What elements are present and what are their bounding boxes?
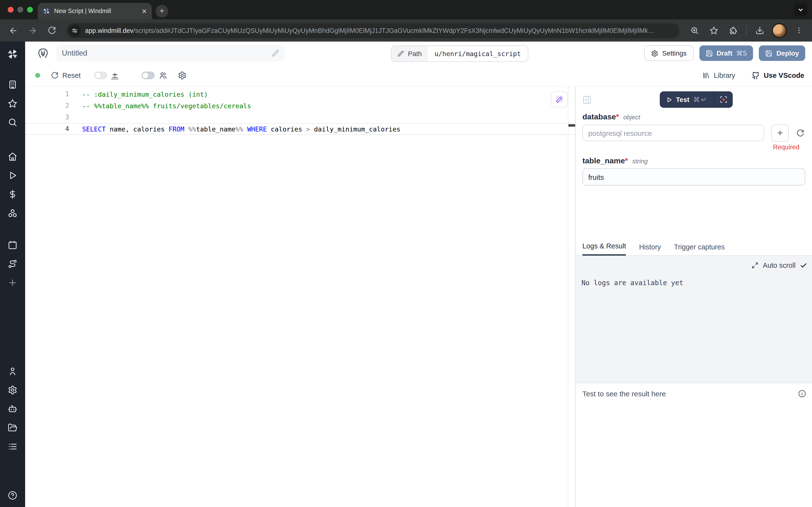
editor-settings-gear-icon[interactable] <box>178 71 187 80</box>
table-name-arg-label: table_name* string <box>582 157 805 165</box>
zoom-icon[interactable] <box>686 22 703 39</box>
database-arg-label: database* object <box>582 113 805 121</box>
capture-test-button[interactable] <box>714 96 733 103</box>
check-icon <box>800 262 807 269</box>
collapse-panel-icon[interactable] <box>582 95 592 104</box>
help-icon[interactable] <box>8 491 17 500</box>
windmill-logo-icon[interactable] <box>7 48 18 60</box>
use-vscode-button[interactable]: Use VScode <box>752 71 804 79</box>
schedules-calendar-icon[interactable] <box>8 240 17 250</box>
ai-wand-button[interactable] <box>551 91 568 107</box>
path-label: Path <box>408 50 422 58</box>
result-tabs: Logs & Result History Trigger captures <box>576 240 812 256</box>
deploy-button[interactable]: Deploy <box>759 45 805 61</box>
settings-button[interactable]: Settings <box>644 45 693 61</box>
search-icon[interactable] <box>8 117 17 127</box>
arg-type-database: object <box>623 114 640 121</box>
chevron-down-icon <box>798 7 804 13</box>
site-settings-icon[interactable] <box>69 24 81 37</box>
library-icon <box>702 71 710 79</box>
info-icon[interactable] <box>798 390 806 398</box>
reset-label: Reset <box>62 71 81 79</box>
diff-toggle[interactable] <box>94 71 107 79</box>
back-button[interactable] <box>5 22 21 39</box>
url-domain: app.windmill.dev <box>85 27 133 34</box>
close-window-button[interactable] <box>8 7 13 12</box>
resources-boxes-icon[interactable] <box>8 208 17 218</box>
arg-type-table-name: string <box>632 158 648 165</box>
refresh-resources-button[interactable] <box>796 129 805 137</box>
edit-pencil-icon[interactable] <box>272 49 279 57</box>
reload-button[interactable] <box>44 22 60 39</box>
address-bar[interactable]: app.windmill.dev/scripts/add#JTdCJTIyaGF… <box>67 23 680 38</box>
test-label: Test <box>676 96 690 103</box>
audit-logs-list-icon[interactable] <box>8 442 17 451</box>
multiplayer-toggle[interactable] <box>142 71 155 79</box>
user-icon[interactable] <box>8 367 17 376</box>
reset-button[interactable]: Reset <box>51 71 81 79</box>
close-tab-icon[interactable]: ✕ <box>141 7 147 15</box>
home-icon[interactable] <box>8 152 17 161</box>
url-text: app.windmill.dev/scripts/add#JTdCJTIyaGF… <box>85 27 654 34</box>
code-line[interactable]: 4SELECT name, calories FROM %%table_name… <box>25 123 575 135</box>
users-icon[interactable] <box>159 71 168 80</box>
browser-tab[interactable]: New Script | Windmill ✕ <box>38 3 152 19</box>
tab-history[interactable]: History <box>639 243 661 255</box>
favorites-star-icon[interactable] <box>8 99 17 108</box>
record-dot <box>722 98 725 101</box>
settings-gear-icon[interactable] <box>8 385 17 395</box>
code-editor[interactable]: 1-- :daily_minimum_calories (int)2-- %%t… <box>25 87 575 507</box>
required-asterisk: * <box>616 113 619 121</box>
add-resource-button[interactable] <box>771 124 789 142</box>
use-vscode-label: Use VScode <box>764 71 804 79</box>
test-button-group[interactable]: Test ⌘↵ <box>659 91 733 108</box>
bookmark-star-icon[interactable] <box>706 22 722 39</box>
minimap-divider <box>568 87 568 507</box>
database-resource-input[interactable] <box>582 125 764 141</box>
minimize-window-button[interactable] <box>17 7 23 12</box>
new-tab-button[interactable]: + <box>156 5 168 17</box>
extensions-icon[interactable] <box>725 22 742 39</box>
maximize-window-button[interactable] <box>27 7 33 12</box>
library-button[interactable]: Library <box>702 71 735 79</box>
draft-button[interactable]: Draft ⌘S <box>699 45 753 61</box>
tab-search-button[interactable] <box>794 3 807 16</box>
auto-scroll-label: Auto scroll <box>763 262 796 269</box>
workers-bot-icon[interactable] <box>8 404 17 414</box>
forward-button[interactable] <box>24 22 41 39</box>
folders-icon[interactable] <box>8 423 17 433</box>
code-line[interactable]: 2-- %%table_name%% fruits/vegetables/cer… <box>25 100 575 112</box>
browser-tabstrip: New Script | Windmill ✕ + <box>0 0 812 19</box>
save-icon <box>765 50 773 57</box>
downloads-icon[interactable] <box>752 22 768 39</box>
code-area[interactable]: 1-- :daily_minimum_calories (int)2-- %%t… <box>25 89 575 135</box>
workspace-building-icon[interactable] <box>8 80 17 90</box>
runs-play-icon[interactable] <box>8 171 17 180</box>
table-name-input[interactable] <box>582 168 805 185</box>
expand-icon[interactable] <box>752 262 759 269</box>
tab-trigger-captures[interactable]: Trigger captures <box>674 243 725 255</box>
test-button[interactable]: Test ⌘↵ <box>659 96 714 103</box>
flows-route-icon[interactable] <box>8 259 17 269</box>
draft-shortcut: ⌘S <box>736 49 747 57</box>
code-line[interactable]: 1-- :daily_minimum_calories (int) <box>25 89 575 100</box>
variables-dollar-icon[interactable] <box>8 189 17 199</box>
overview-ruler-cursor <box>568 124 575 127</box>
library-label: Library <box>714 71 735 79</box>
code-line[interactable]: 3 <box>25 112 575 123</box>
browser-toolbar: app.windmill.dev/scripts/add#JTdCJTIyaGF… <box>0 19 812 42</box>
result-panel: Test to see the result here <box>576 383 812 398</box>
window-controls[interactable] <box>8 7 33 12</box>
add-plus-icon[interactable] <box>8 278 17 288</box>
browser-menu-icon[interactable] <box>791 22 807 39</box>
github-icon <box>752 71 760 79</box>
path-pill[interactable]: Path u/henri/magical_script <box>391 45 528 62</box>
diff-icon[interactable]: ± <box>111 71 119 79</box>
script-name-input[interactable]: Untitled <box>56 45 285 61</box>
test-shortcut: ⌘↵ <box>693 96 708 103</box>
auto-scroll-control[interactable]: Auto scroll <box>752 262 807 269</box>
profile-avatar[interactable] <box>772 23 787 38</box>
url-path: /scripts/add#JTdCJTIyaGFzaCUyMiUzQSUyMiU… <box>133 27 654 34</box>
tab-logs-result[interactable]: Logs & Result <box>582 242 626 256</box>
path-label-section[interactable]: Path <box>392 46 428 61</box>
